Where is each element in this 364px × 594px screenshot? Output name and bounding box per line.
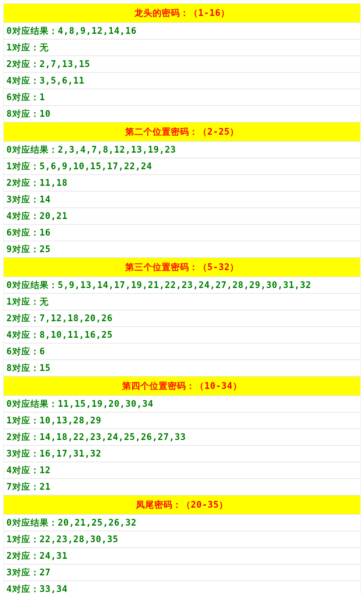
section-header-1: 第二个位置密码：（2-25） xyxy=(3,122,361,141)
section-header-4: 凤尾密码：（20-35） xyxy=(3,495,361,514)
data-row: 9对应：25 xyxy=(3,241,361,258)
section-header-3: 第四个位置密码：（10-34） xyxy=(3,376,361,396)
data-row: 2对应：14,18,22,23,24,25,26,27,33 xyxy=(3,429,361,445)
section-header-0: 龙头的密码：（1-16） xyxy=(3,3,361,23)
data-row: 4对应：8,10,11,16,25 xyxy=(3,327,361,343)
data-row: 2对应：24,31 xyxy=(3,548,361,564)
data-row: 0对应结果：4,8,9,12,14,16 xyxy=(3,23,361,39)
data-row: 2对应：2,7,13,15 xyxy=(3,56,361,72)
data-row: 6对应：16 xyxy=(3,224,361,241)
data-row: 2对应：7,12,18,20,26 xyxy=(3,310,361,327)
data-row: 0对应结果：5,9,13,14,17,19,21,22,23,24,27,28,… xyxy=(3,277,361,293)
data-row: 0对应结果：11,15,19,20,30,34 xyxy=(3,396,361,412)
data-row: 2对应：11,18 xyxy=(3,175,361,191)
data-row: 1对应：5,6,9,10,15,17,22,24 xyxy=(3,158,361,175)
data-row: 1对应：无 xyxy=(3,293,361,310)
data-row: 4对应：33,34 xyxy=(3,581,361,594)
data-row: 4对应：12 xyxy=(3,462,361,479)
data-row: 3对应：27 xyxy=(3,564,361,581)
data-row: 3对应：14 xyxy=(3,191,361,208)
data-row: 8对应：15 xyxy=(3,360,361,376)
data-row: 8对应：10 xyxy=(3,106,361,122)
section-header-2: 第三个位置密码：（5-32） xyxy=(3,258,361,277)
data-row: 0对应结果：20,21,25,26,32 xyxy=(3,514,361,531)
data-row: 6对应：1 xyxy=(3,89,361,106)
data-row: 6对应：6 xyxy=(3,343,361,360)
data-row: 3对应：16,17,31,32 xyxy=(3,445,361,462)
lottery-code-table: 龙头的密码：（1-16） 0对应结果：4,8,9,12,14,16 1对应：无 … xyxy=(3,3,361,594)
data-row: 4对应：20,21 xyxy=(3,208,361,224)
data-row: 1对应：10,13,28,29 xyxy=(3,412,361,429)
data-row: 0对应结果：2,3,4,7,8,12,13,19,23 xyxy=(3,141,361,158)
data-row: 7对应：21 xyxy=(3,479,361,495)
data-row: 1对应：无 xyxy=(3,39,361,56)
data-row: 4对应：3,5,6,11 xyxy=(3,72,361,89)
data-row: 1对应：22,23,28,30,35 xyxy=(3,531,361,548)
